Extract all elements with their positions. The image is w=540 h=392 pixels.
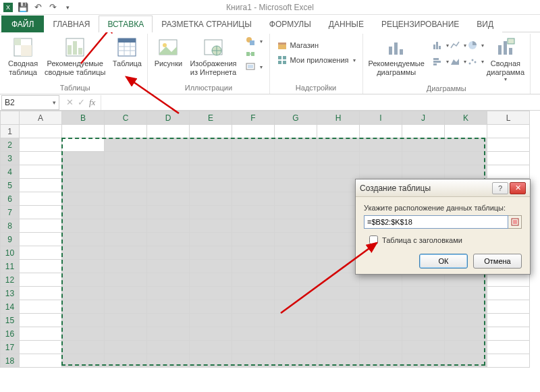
tab-data[interactable]: ДАННЫЕ — [320, 16, 373, 32]
cell[interactable] — [20, 260, 62, 273]
cell[interactable] — [360, 165, 402, 179]
cell[interactable] — [105, 260, 147, 273]
cell[interactable] — [147, 260, 190, 273]
cell[interactable] — [232, 206, 275, 219]
cell[interactable] — [445, 341, 487, 354]
cell[interactable] — [190, 219, 232, 233]
cell[interactable] — [105, 206, 147, 219]
cell[interactable] — [275, 152, 317, 165]
cell[interactable] — [445, 314, 487, 327]
cell[interactable] — [275, 192, 317, 206]
cell[interactable] — [275, 300, 317, 314]
cell[interactable] — [62, 327, 105, 341]
col-header[interactable]: H — [317, 111, 360, 125]
cell[interactable] — [62, 165, 105, 179]
col-header[interactable]: J — [402, 111, 445, 125]
tab-file[interactable]: ФАЙЛ — [1, 16, 44, 32]
cell[interactable] — [62, 192, 105, 206]
cell[interactable] — [445, 273, 487, 287]
cell[interactable] — [232, 233, 275, 246]
cell[interactable] — [402, 138, 445, 152]
cell[interactable] — [402, 341, 445, 354]
cell[interactable] — [275, 314, 317, 327]
cell[interactable] — [105, 354, 147, 368]
my-apps-button[interactable]: Мои приложения▾ — [274, 54, 358, 66]
cell[interactable] — [147, 152, 190, 165]
cell[interactable] — [317, 300, 360, 314]
cell[interactable] — [20, 138, 62, 152]
smartart-button[interactable] — [242, 48, 265, 60]
row-header[interactable]: 12 — [1, 273, 20, 287]
cell[interactable] — [190, 138, 232, 152]
cell[interactable] — [147, 273, 190, 287]
cell[interactable] — [402, 300, 445, 314]
pivot-table-button[interactable]: Сводная таблица — [7, 35, 39, 78]
col-header[interactable]: D — [147, 111, 190, 125]
cell[interactable] — [20, 219, 62, 233]
cell[interactable] — [317, 314, 360, 327]
cell[interactable] — [62, 273, 105, 287]
chart-column-button[interactable]: ▾ — [430, 38, 446, 53]
cell[interactable] — [62, 233, 105, 246]
tab-pagelayout[interactable]: РАЗМЕТКА СТРАНИЦЫ — [153, 16, 261, 32]
formula-input[interactable] — [101, 95, 540, 110]
cancel-button[interactable]: Отмена — [473, 254, 522, 269]
headers-checkbox-row[interactable]: Таблица с заголовками — [369, 235, 522, 244]
cell[interactable] — [105, 192, 147, 206]
cell[interactable] — [232, 179, 275, 192]
tab-home[interactable]: ГЛАВНАЯ — [44, 16, 99, 32]
cell[interactable] — [402, 152, 445, 165]
cell[interactable] — [275, 206, 317, 219]
cell[interactable] — [232, 314, 275, 327]
cell[interactable] — [62, 341, 105, 354]
range-selector-button[interactable] — [508, 215, 522, 229]
row-header[interactable]: 1 — [1, 125, 20, 138]
row-header[interactable]: 5 — [1, 179, 20, 192]
cell[interactable] — [147, 192, 190, 206]
cell[interactable] — [147, 341, 190, 354]
cell[interactable] — [317, 125, 360, 138]
row-header[interactable]: 4 — [1, 165, 20, 179]
cell[interactable] — [105, 314, 147, 327]
headers-checkbox[interactable] — [369, 235, 378, 244]
cell[interactable] — [190, 273, 232, 287]
cell[interactable] — [190, 314, 232, 327]
cell[interactable] — [317, 219, 360, 233]
cell[interactable] — [232, 165, 275, 179]
tab-formulas[interactable]: ФОРМУЛЫ — [261, 16, 320, 32]
row-header[interactable]: 15 — [1, 314, 20, 327]
cell[interactable] — [190, 287, 232, 300]
col-header[interactable]: B — [62, 111, 105, 125]
cell[interactable] — [232, 287, 275, 300]
cell[interactable] — [147, 314, 190, 327]
cell[interactable] — [275, 246, 317, 260]
cell[interactable] — [190, 300, 232, 314]
cell[interactable] — [147, 287, 190, 300]
cell[interactable] — [105, 233, 147, 246]
store-button[interactable]: Магазин — [274, 39, 358, 51]
cell[interactable] — [360, 314, 402, 327]
cell[interactable] — [317, 260, 360, 273]
cell[interactable] — [20, 341, 62, 354]
cell[interactable] — [190, 152, 232, 165]
cell[interactable] — [275, 219, 317, 233]
cell[interactable] — [360, 125, 402, 138]
cell[interactable] — [105, 246, 147, 260]
cell[interactable] — [190, 246, 232, 260]
cell[interactable] — [487, 354, 530, 368]
cell[interactable] — [62, 219, 105, 233]
cell[interactable] — [147, 354, 190, 368]
cell[interactable] — [105, 125, 147, 138]
cell[interactable] — [232, 246, 275, 260]
name-box[interactable]: B2 ▾ — [1, 95, 59, 110]
cell[interactable] — [360, 138, 402, 152]
dialog-title-bar[interactable]: Создание таблицы ? ✕ — [356, 179, 530, 197]
pictures-button[interactable]: Рисунки — [152, 35, 184, 69]
cell[interactable] — [20, 314, 62, 327]
cell[interactable] — [445, 165, 487, 179]
cell[interactable] — [445, 125, 487, 138]
cell[interactable] — [445, 287, 487, 300]
chart-bar-button[interactable]: ▾ — [430, 54, 446, 69]
cell[interactable] — [402, 314, 445, 327]
cell[interactable] — [62, 206, 105, 219]
